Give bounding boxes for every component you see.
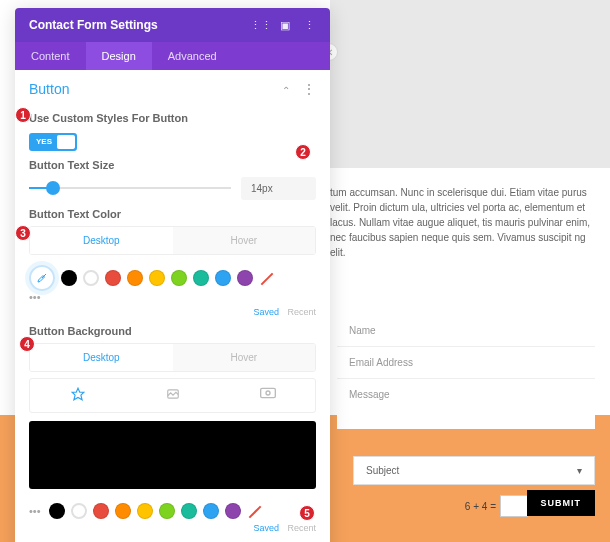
captcha-label: 6 + 4 = [465, 501, 496, 512]
callout-2: 2 [295, 144, 311, 160]
toggle-yes-label: YES [31, 137, 57, 146]
swatch-red[interactable] [105, 270, 121, 286]
tab-design[interactable]: Design [86, 42, 152, 70]
text-color-hover-tab[interactable]: Hover [173, 227, 316, 254]
background-swatches: ••• [29, 503, 316, 519]
custom-styles-label: Use Custom Styles For Button [29, 112, 316, 124]
menu-icon[interactable]: ⋮ [302, 18, 316, 32]
bg-recent-link[interactable]: Recent [287, 523, 316, 533]
text-color-desktop-tab[interactable]: Desktop [30, 227, 173, 254]
section-menu-icon[interactable]: ⋮ [302, 81, 316, 97]
swatch-blue[interactable] [215, 270, 231, 286]
gradient-preview[interactable] [29, 421, 316, 489]
lorem-text: tum accumsan. Nunc in scelerisque dui. E… [330, 185, 595, 260]
text-color-label: Button Text Color [29, 208, 316, 220]
bg-swatch-red[interactable] [93, 503, 109, 519]
background-saved-recent: Saved Recent [29, 523, 316, 533]
captcha-row: 6 + 4 = [465, 495, 528, 517]
text-size-row: 14px [29, 177, 316, 200]
text-color-swatches [29, 265, 316, 291]
contact-form-preview: Name Email Address Message [337, 315, 595, 429]
text-size-slider[interactable] [29, 178, 231, 198]
bg-color-tab[interactable] [30, 379, 125, 412]
bg-swatch-black[interactable] [49, 503, 65, 519]
background-label: Button Background [29, 325, 316, 337]
swatch-yellow[interactable] [149, 270, 165, 286]
captcha-input[interactable] [500, 495, 528, 517]
callout-4: 4 [19, 336, 35, 352]
bg-swatch-purple[interactable] [225, 503, 241, 519]
background-subtabs: Desktop Hover [29, 343, 316, 372]
text-color-saved-recent: Saved Recent [29, 307, 316, 317]
hero-background [330, 0, 610, 168]
swatch-black[interactable] [61, 270, 77, 286]
form-email-field[interactable]: Email Address [337, 347, 595, 379]
callout-3: 3 [15, 225, 31, 241]
bg-saved-link[interactable]: Saved [253, 523, 279, 533]
section-header[interactable]: Button ⌃ ⋮ [15, 70, 330, 104]
svg-rect-1 [260, 388, 275, 397]
background-hover-tab[interactable]: Hover [173, 344, 316, 371]
form-name-field[interactable]: Name [337, 315, 595, 347]
form-subject-select[interactable]: Subject ▾ [353, 456, 595, 485]
settings-panel: Contact Form Settings ⋮⋮ ▣ ⋮ Content Des… [15, 8, 330, 542]
text-color-subtabs: Desktop Hover [29, 226, 316, 255]
callout-5: 5 [299, 505, 315, 521]
text-size-label: Button Text Size [29, 159, 316, 171]
expand-icon[interactable]: ▣ [278, 18, 292, 32]
custom-styles-toggle[interactable]: YES [29, 133, 77, 151]
tab-advanced[interactable]: Advanced [152, 42, 233, 70]
background-desktop-tab[interactable]: Desktop [30, 344, 173, 371]
main-tabs: Content Design Advanced [15, 42, 330, 70]
more-swatches-icon-2[interactable]: ••• [29, 505, 41, 517]
callout-1: 1 [15, 107, 31, 123]
panel-header: Contact Form Settings ⋮⋮ ▣ ⋮ [15, 8, 330, 42]
recent-link[interactable]: Recent [287, 307, 316, 317]
toggle-knob [57, 135, 75, 149]
swatch-orange[interactable] [127, 270, 143, 286]
swatch-teal[interactable] [193, 270, 209, 286]
background-type-tabs [29, 378, 316, 413]
svg-point-2 [266, 391, 270, 395]
panel-title: Contact Form Settings [29, 18, 158, 32]
section-body: Use Custom Styles For Button YES Button … [15, 112, 330, 542]
tab-content[interactable]: Content [15, 42, 86, 70]
bg-swatch-green[interactable] [159, 503, 175, 519]
swatch-green[interactable] [171, 270, 187, 286]
swatch-purple[interactable] [237, 270, 253, 286]
saved-link[interactable]: Saved [253, 307, 279, 317]
swatch-white[interactable] [83, 270, 99, 286]
eyedropper-icon[interactable] [29, 265, 55, 291]
bg-gradient-tab[interactable] [125, 379, 220, 412]
drag-icon[interactable]: ⋮⋮ [254, 18, 268, 32]
bg-swatch-white[interactable] [71, 503, 87, 519]
chevron-up-icon[interactable]: ⌃ [282, 85, 290, 96]
section-title: Button [29, 81, 69, 97]
clear-color-icon[interactable] [259, 270, 275, 286]
chevron-down-icon: ▾ [577, 465, 582, 476]
bg-image-tab[interactable] [220, 379, 315, 412]
more-swatches-icon[interactable]: ••• [29, 291, 314, 303]
submit-button[interactable]: SUBMIT [527, 490, 596, 516]
subject-label: Subject [366, 465, 399, 476]
bg-swatch-blue[interactable] [203, 503, 219, 519]
bg-swatch-yellow[interactable] [137, 503, 153, 519]
text-size-value[interactable]: 14px [241, 177, 316, 200]
bg-swatch-teal[interactable] [181, 503, 197, 519]
panel-header-actions: ⋮⋮ ▣ ⋮ [254, 18, 316, 32]
bg-swatch-orange[interactable] [115, 503, 131, 519]
section-controls: ⌃ ⋮ [282, 80, 316, 98]
form-message-field[interactable]: Message [337, 379, 595, 429]
bg-clear-color-icon[interactable] [247, 503, 263, 519]
